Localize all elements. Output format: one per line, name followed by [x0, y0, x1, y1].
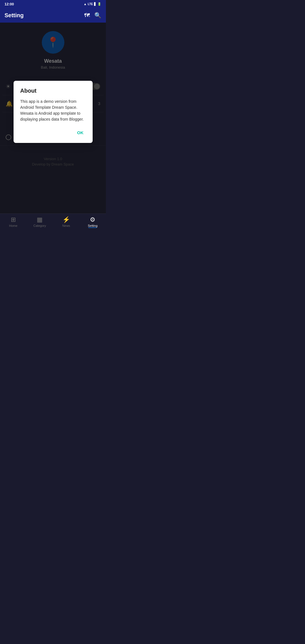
status-bar: 12:00 ▲ LTE ▋ 🔋: [0, 0, 106, 8]
news-icon: ⚡: [62, 216, 70, 223]
map-icon[interactable]: 🗺: [84, 12, 90, 19]
dialog-title: About: [20, 88, 86, 94]
category-label: Category: [33, 224, 46, 227]
status-time: 12:00: [5, 2, 14, 6]
signal-icon: ▋: [94, 2, 96, 6]
bottom-nav: ⊞ Home ▦ Category ⚡ News ⚙ Setting: [0, 214, 106, 229]
nav-item-home[interactable]: ⊞ Home: [0, 216, 27, 227]
home-icon: ⊞: [11, 216, 16, 223]
nav-item-setting[interactable]: ⚙ Setting: [79, 216, 106, 227]
setting-icon: ⚙: [90, 216, 95, 223]
news-label: News: [62, 224, 70, 227]
app-bar-title: Setting: [5, 12, 24, 19]
dialog-ok-button[interactable]: OK: [75, 129, 86, 136]
category-icon: ▦: [37, 216, 43, 223]
about-dialog: About This app is a demo version from An…: [14, 81, 93, 143]
nav-item-news[interactable]: ⚡ News: [53, 216, 80, 227]
home-label: Home: [9, 224, 17, 227]
app-bar-actions: 🗺 🔍: [84, 12, 101, 19]
wifi-icon: ▲: [84, 2, 87, 6]
app-bar: Setting 🗺 🔍: [0, 8, 106, 23]
lte-icon: LTE: [88, 3, 93, 6]
search-icon[interactable]: 🔍: [94, 12, 101, 19]
dialog-actions: OK: [20, 129, 86, 136]
dialog-body: This app is a demo version from Android …: [20, 99, 86, 122]
status-icons: ▲ LTE ▋ 🔋: [84, 2, 101, 6]
setting-label: Setting: [88, 224, 97, 227]
battery-icon: 🔋: [97, 2, 101, 6]
nav-item-category[interactable]: ▦ Category: [27, 216, 53, 227]
main-content: 📍 Wesata Bali, Indonesia ☀ Dark Mode 🔔 N…: [0, 23, 106, 214]
